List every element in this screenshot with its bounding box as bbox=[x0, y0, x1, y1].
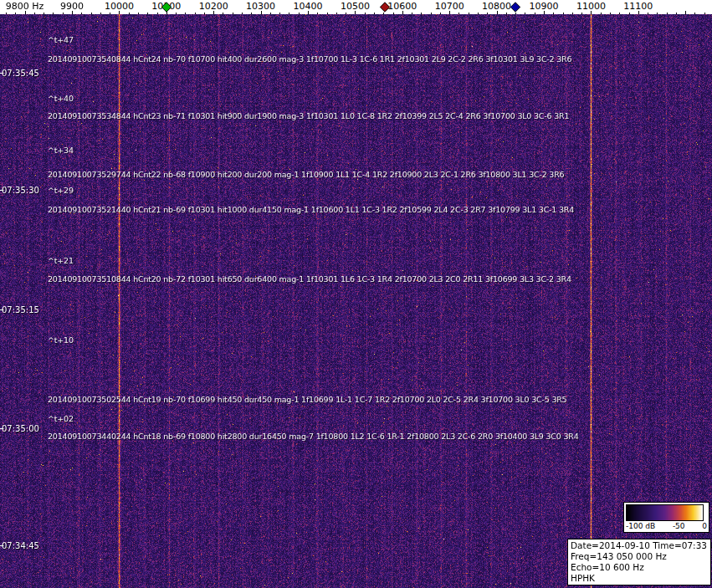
freq-minor-tick bbox=[6, 13, 7, 14]
freq-minor-tick bbox=[251, 13, 252, 14]
freq-minor-tick bbox=[694, 13, 695, 14]
event-time-tag: ^t+10 bbox=[48, 335, 74, 345]
legend-mid-label: -50 bbox=[673, 522, 685, 530]
freq-minor-tick bbox=[648, 13, 648, 14]
freq-major-tick bbox=[685, 11, 686, 14]
freq-minor-tick bbox=[81, 13, 82, 14]
time-tick-label: 07:34:45 bbox=[2, 541, 39, 550]
freq-minor-tick bbox=[601, 13, 602, 14]
freq-minor-tick bbox=[525, 13, 525, 14]
freq-minor-tick bbox=[223, 13, 223, 14]
freq-minor-tick bbox=[469, 13, 469, 14]
freq-minor-tick bbox=[431, 13, 432, 14]
freq-tick-label: 10000 bbox=[105, 1, 134, 12]
legend-max-label: 0 bbox=[702, 522, 707, 530]
freq-minor-tick bbox=[629, 13, 630, 14]
freq-tick-label: 10600 bbox=[387, 1, 417, 12]
event-detail-line: 20140910073534844 hCnt23 nb-71 f10301 hi… bbox=[48, 111, 569, 120]
freq-minor-tick bbox=[657, 13, 658, 14]
freq-tick-label: 9800 Hz bbox=[6, 1, 44, 12]
freq-minor-tick bbox=[704, 13, 705, 14]
red-marker-diamond-icon[interactable] bbox=[379, 2, 390, 13]
freq-minor-tick bbox=[478, 13, 479, 14]
event-detail-line: 20140910073540844 hCnt24 nb-70 f10700 hi… bbox=[48, 54, 571, 64]
freq-minor-tick bbox=[619, 13, 620, 14]
event-time-tag: ^t+47 bbox=[48, 35, 74, 44]
freq-minor-tick bbox=[147, 13, 148, 14]
freq-minor-tick bbox=[506, 13, 507, 14]
freq-minor-tick bbox=[327, 13, 328, 14]
time-tick-label: 07:35:15 bbox=[2, 305, 39, 314]
freq-tick-label: 11100 bbox=[623, 1, 653, 12]
freq-minor-tick bbox=[299, 13, 300, 14]
event-detail-line: 20140910073529744 hCnt22 nb-68 f10900 hi… bbox=[48, 170, 564, 179]
info-box: Date=2014-09-10 Time=07:33 UTC Freq=143 … bbox=[567, 539, 711, 585]
freq-minor-tick bbox=[676, 13, 677, 14]
freq-tick-label: 10800 bbox=[482, 1, 511, 12]
freq-minor-tick bbox=[667, 13, 668, 14]
freq-minor-tick bbox=[233, 13, 233, 14]
color-scale-legend: -100 dB -50 0 bbox=[623, 502, 709, 533]
freq-minor-tick bbox=[515, 13, 516, 14]
event-detail-line: 20140910073440244 hCnt18 nb-69 f10800 hi… bbox=[48, 432, 579, 441]
freq-tick-label: 10500 bbox=[341, 1, 370, 12]
freq-tick-label: 10900 bbox=[530, 1, 559, 12]
freq-minor-tick bbox=[242, 13, 243, 14]
frequency-axis: 9800 Hz990010000101001020010300104001050… bbox=[0, 0, 712, 14]
freq-minor-tick bbox=[487, 13, 488, 14]
info-freq-line: Freq=143 050 000 Hz bbox=[571, 551, 708, 562]
freq-tick-label: 9900 bbox=[60, 1, 84, 12]
freq-minor-tick bbox=[458, 13, 459, 14]
freq-minor-tick bbox=[535, 13, 535, 14]
freq-minor-tick bbox=[204, 13, 205, 14]
freq-minor-tick bbox=[581, 13, 582, 14]
info-date-line: Date=2014-09-10 Time=07:33 UTC bbox=[571, 540, 708, 551]
freq-tick-label: 10400 bbox=[294, 1, 323, 12]
color-gradient bbox=[626, 504, 704, 521]
freq-minor-tick bbox=[100, 13, 101, 14]
green-marker-diamond-icon[interactable] bbox=[161, 2, 172, 13]
freq-minor-tick bbox=[553, 13, 554, 14]
freq-minor-tick bbox=[34, 13, 35, 14]
freq-minor-tick bbox=[15, 13, 16, 14]
freq-minor-tick bbox=[110, 13, 110, 14]
freq-minor-tick bbox=[346, 13, 346, 14]
freq-minor-tick bbox=[412, 13, 412, 14]
freq-tick-label: 10700 bbox=[435, 1, 464, 12]
freq-minor-tick bbox=[176, 13, 177, 14]
event-time-tag: ^t+34 bbox=[48, 146, 74, 155]
blue-marker-diamond-icon[interactable] bbox=[510, 2, 521, 13]
freq-minor-tick bbox=[53, 13, 54, 14]
waterfall-canvas bbox=[0, 14, 712, 588]
freq-minor-tick bbox=[185, 13, 186, 14]
freq-minor-tick bbox=[279, 13, 280, 14]
time-tick-label: 07:35:30 bbox=[2, 186, 39, 195]
freq-minor-tick bbox=[129, 13, 130, 14]
freq-minor-tick bbox=[365, 13, 366, 14]
freq-minor-tick bbox=[572, 13, 573, 14]
event-detail-line: 20140910073521440 hCnt21 nb-69 f10301 hi… bbox=[48, 205, 574, 214]
freq-minor-tick bbox=[63, 13, 64, 14]
freq-minor-tick bbox=[393, 13, 394, 14]
event-detail-line: 20140910073510844 hCnt20 nb-72 f10301 hi… bbox=[48, 274, 571, 284]
event-detail-line: 20140910073502544 hCnt19 nb-70 f10699 hi… bbox=[48, 395, 566, 404]
legend-labels: -100 dB -50 0 bbox=[626, 522, 707, 530]
freq-minor-tick bbox=[383, 13, 384, 14]
freq-minor-tick bbox=[289, 13, 289, 14]
info-echo-line: Echo=10 600 Hz bbox=[571, 562, 708, 573]
event-time-tag: ^t+21 bbox=[48, 256, 74, 265]
freq-minor-tick bbox=[563, 13, 564, 14]
time-tick-label: 07:35:45 bbox=[2, 69, 39, 78]
event-time-tag: ^t+02 bbox=[48, 414, 74, 423]
freq-minor-tick bbox=[195, 13, 196, 14]
event-time-tag: ^t+40 bbox=[48, 94, 74, 103]
freq-minor-tick bbox=[270, 13, 271, 14]
freq-tick-label: 11000 bbox=[576, 1, 606, 12]
info-station-line: HPHK bbox=[571, 573, 708, 584]
time-tick-label: 07:35:00 bbox=[2, 424, 39, 433]
spectrogram-display: 9800 Hz990010000101001020010300104001050… bbox=[0, 0, 712, 588]
freq-minor-tick bbox=[421, 13, 422, 14]
freq-tick-label: 10200 bbox=[199, 1, 228, 12]
freq-minor-tick bbox=[138, 13, 139, 14]
freq-minor-tick bbox=[44, 13, 44, 14]
